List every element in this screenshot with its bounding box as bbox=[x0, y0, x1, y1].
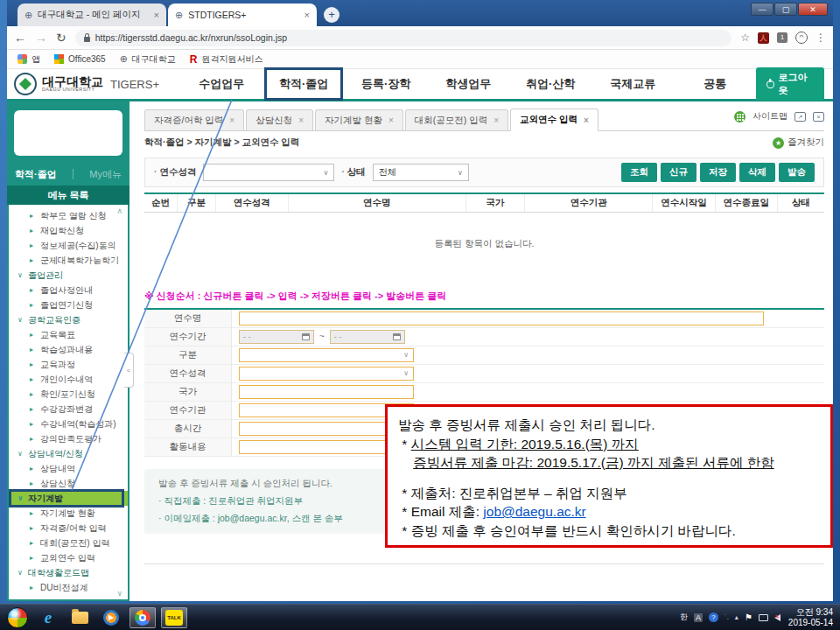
mdi-tab-close-icon[interactable]: × bbox=[298, 116, 304, 125]
sidebar-item-23[interactable]: ▸교외연수 입력 bbox=[9, 550, 128, 565]
reload-button[interactable]: ↻ bbox=[56, 31, 66, 45]
action-center-flag-icon[interactable]: ⚑ bbox=[745, 612, 752, 622]
sidebar-item-11[interactable]: ▸개인이수내역 bbox=[9, 372, 128, 387]
calendar-icon[interactable] bbox=[302, 333, 310, 340]
sidebar-item-2[interactable]: ▸정보제공(수집)동의 bbox=[9, 238, 128, 253]
sidebar-tab-academic[interactable]: 학적·졸업 bbox=[15, 168, 57, 181]
mdi-tab-0[interactable]: 자격증/어학 입력× bbox=[144, 109, 244, 130]
network-icon[interactable] bbox=[759, 614, 768, 621]
sidebar-item-12[interactable]: ▸확인/포기신청 bbox=[9, 387, 128, 402]
open-window-icon[interactable]: ↗ bbox=[794, 112, 806, 122]
sidebar-collapse-handle[interactable]: < bbox=[124, 353, 134, 388]
new-button[interactable]: 신규 bbox=[661, 163, 696, 182]
taskbar-clock[interactable]: 오전 9:34 2019-05-14 bbox=[788, 607, 833, 628]
sidebar-item-4[interactable]: ∨졸업관리 bbox=[9, 268, 128, 283]
sidebar-item-22[interactable]: ▸대회(공모전) 입력 bbox=[9, 536, 128, 550]
category-select[interactable]: ∨ bbox=[239, 348, 414, 362]
bookmark-item-2[interactable]: ⊕대구대학교 bbox=[120, 53, 176, 66]
mdi-tab-1[interactable]: 상담신청× bbox=[246, 109, 313, 130]
taskbar-kakaotalk-icon[interactable]: TALK bbox=[161, 607, 187, 628]
sidebar-tab-mymenu[interactable]: My메뉴 bbox=[89, 168, 122, 181]
nav-item-2[interactable]: 등록·장학 bbox=[345, 69, 427, 99]
new-tab-button[interactable]: + bbox=[324, 7, 340, 23]
sidebar-item-6[interactable]: ▸졸업연기신청 bbox=[9, 298, 128, 312]
taskbar-mediaplayer-icon[interactable]: ▶ bbox=[98, 607, 124, 628]
close-window-button[interactable]: ✕ bbox=[798, 3, 828, 16]
pdf-extension-icon[interactable]: 人 bbox=[758, 32, 769, 44]
nav-item-3[interactable]: 학생업무 bbox=[427, 69, 509, 99]
send-button[interactable]: 발송 bbox=[779, 163, 815, 182]
collapse-up-icon[interactable]: ∧ bbox=[116, 206, 122, 215]
mdi-tab-close-icon[interactable]: × bbox=[584, 116, 589, 125]
forward-button[interactable]: → bbox=[35, 31, 47, 45]
bookmark-star-icon[interactable]: ☆ bbox=[740, 32, 750, 44]
add-favorite-button[interactable]: ★ 즐겨찾기 bbox=[773, 136, 824, 149]
url-field[interactable]: https://tigersstd.daegu.ac.kr/nxrun/ssoL… bbox=[75, 30, 732, 46]
training-period-start-date[interactable]: - - bbox=[239, 330, 314, 344]
sidebar-item-7[interactable]: ∨공학교육인증 bbox=[9, 312, 128, 327]
help-tray-icon[interactable]: ? bbox=[709, 612, 718, 622]
maximize-button[interactable]: ▢ bbox=[774, 3, 797, 16]
sidebar-item-16[interactable]: ∨상담내역/신청 bbox=[9, 446, 128, 461]
sidebar-item-10[interactable]: ▸교육과정 bbox=[9, 357, 128, 372]
browser-tab-1[interactable]: ⊕STDTIGERS+× bbox=[168, 4, 317, 26]
site-logo[interactable]: 대구대학교 DAEGU UNIVERSITY TIGERS+ bbox=[14, 73, 180, 95]
back-button[interactable]: ← bbox=[14, 31, 26, 45]
sidebar-item-15[interactable]: ▸강의만족도평가 bbox=[9, 431, 128, 446]
tray-expand-icon[interactable]: ▴ bbox=[735, 613, 738, 621]
sidebar-item-19[interactable]: ∨자기계발 bbox=[9, 491, 128, 506]
sidebar-item-24[interactable]: ∨대학생활로드맵 bbox=[9, 565, 128, 580]
sidebar-item-21[interactable]: ▸자격증/어학 입력 bbox=[9, 521, 128, 536]
scroll-down-icon[interactable]: ∨ bbox=[116, 589, 122, 598]
taskbar-ie-icon[interactable]: e bbox=[35, 607, 61, 628]
start-button[interactable] bbox=[7, 607, 28, 628]
filter-type-select[interactable]: ∨ bbox=[203, 164, 334, 181]
profile-icon[interactable]: ᴖ bbox=[795, 32, 808, 44]
ime-korean-indicator[interactable]: 한 bbox=[680, 612, 688, 623]
country-input[interactable] bbox=[239, 385, 414, 399]
nav-item-6[interactable]: 공통 bbox=[674, 69, 756, 99]
ime-english-indicator[interactable]: A bbox=[694, 613, 703, 622]
mdi-tab-close-icon[interactable]: × bbox=[229, 116, 234, 125]
taskbar-chrome-icon[interactable] bbox=[130, 607, 156, 628]
calendar-icon[interactable] bbox=[393, 333, 401, 340]
nav-item-1[interactable]: 학적·졸업 bbox=[262, 69, 345, 99]
sidebar-item-20[interactable]: ▸자기계발 현황 bbox=[9, 506, 128, 521]
muted-speaker-icon[interactable] bbox=[774, 614, 780, 621]
logout-button[interactable]: 로그아웃 bbox=[756, 67, 824, 101]
delete-button[interactable]: 삭제 bbox=[739, 163, 775, 182]
extension-icon[interactable]: 1 bbox=[777, 32, 788, 43]
mdi-tab-3[interactable]: 대회(공모전) 입력× bbox=[405, 109, 508, 130]
sidebar-item-5[interactable]: ▸졸업사정안내 bbox=[9, 283, 128, 298]
bookmark-item-3[interactable]: R원격지원서비스 bbox=[190, 53, 263, 66]
sidebar-item-9[interactable]: ▸학습성과내용 bbox=[9, 342, 128, 357]
mdi-tab-2[interactable]: 자기계발 현황× bbox=[315, 109, 403, 130]
nav-item-0[interactable]: 수업업무 bbox=[180, 69, 262, 99]
sidebar-item-14[interactable]: ▸수강내역(학습성과) bbox=[9, 416, 128, 431]
sidebar-item-25[interactable]: ▸DU비전설계 bbox=[9, 580, 128, 595]
chrome-menu-icon[interactable]: ⋮ bbox=[816, 32, 826, 44]
email-link[interactable]: job@daegu.ac.kr bbox=[483, 504, 585, 519]
mdi-tab-close-icon[interactable]: × bbox=[494, 116, 499, 125]
search-button[interactable]: 조회 bbox=[621, 163, 657, 182]
bookmark-item-1[interactable]: Office365 bbox=[54, 54, 106, 64]
tab-close-icon[interactable]: × bbox=[304, 10, 310, 20]
sidebar-item-13[interactable]: ▸수강강좌변경 bbox=[9, 402, 128, 416]
minimize-button[interactable]: — bbox=[751, 3, 774, 16]
sitemap-label[interactable]: 사이트맵 bbox=[752, 110, 788, 122]
sidebar-item-17[interactable]: ▸상담내역 bbox=[9, 461, 128, 476]
training-name-input[interactable] bbox=[239, 312, 764, 326]
bookmark-item-0[interactable]: 앱 bbox=[18, 53, 40, 66]
training-type-select[interactable]: ∨ bbox=[239, 367, 414, 381]
training-period-end-date[interactable]: - - bbox=[330, 330, 405, 344]
mdi-tab-4[interactable]: 교외연수 입력× bbox=[510, 108, 598, 131]
browser-tab-0[interactable]: ⊕대구대학교 - 메인 페이지× bbox=[18, 4, 166, 26]
tab-close-icon[interactable]: × bbox=[154, 10, 159, 20]
sidebar-item-18[interactable]: ▸상담신청 bbox=[9, 476, 128, 491]
sidebar-item-3[interactable]: ▸군제대복학가능학기 bbox=[9, 253, 128, 268]
sidebar-item-0[interactable]: ▸학부모 열람 신청 bbox=[9, 208, 128, 223]
taskbar-explorer-icon[interactable] bbox=[66, 607, 93, 628]
save-button[interactable]: 저장 bbox=[700, 163, 736, 182]
sidebar-item-1[interactable]: ▸재입학신청 bbox=[9, 223, 128, 238]
nav-item-5[interactable]: 국제교류 bbox=[592, 69, 674, 99]
